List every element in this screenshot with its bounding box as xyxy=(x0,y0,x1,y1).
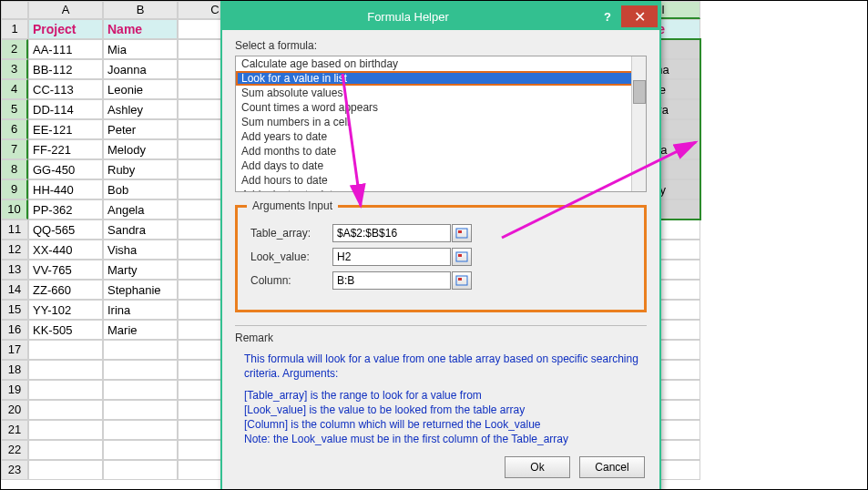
row-header-19[interactable]: 19 xyxy=(1,380,28,400)
cell-B2[interactable]: Mia xyxy=(103,39,178,59)
row-header-16[interactable]: 16 xyxy=(1,320,28,340)
range-picker-button[interactable] xyxy=(452,224,472,242)
row-header-1[interactable]: 1 xyxy=(1,19,28,39)
cell-A16[interactable]: KK-505 xyxy=(28,320,103,340)
row-header-8[interactable]: 8 xyxy=(1,159,28,179)
listbox-scrollbar[interactable] xyxy=(631,56,646,191)
row-header-23[interactable]: 23 xyxy=(1,460,28,480)
cell-A19[interactable] xyxy=(28,380,103,400)
cell-B12[interactable]: Visha xyxy=(103,240,178,260)
row-header-21[interactable]: 21 xyxy=(1,420,28,440)
cell-B7[interactable]: Melody xyxy=(103,139,178,159)
formula-option[interactable]: Add hours to date xyxy=(236,173,646,188)
row-header-12[interactable]: 12 xyxy=(1,240,28,260)
cell-A5[interactable]: DD-114 xyxy=(28,99,103,119)
row-header-10[interactable]: 10 xyxy=(1,199,28,219)
formula-option[interactable]: Calculate age based on birthday xyxy=(236,56,646,71)
cell-A7[interactable]: FF-221 xyxy=(28,139,103,159)
formula-option[interactable]: Add years to date xyxy=(236,129,646,144)
select-formula-label: Select a formula: xyxy=(235,39,647,52)
remark-intro: This formula will look for a value from … xyxy=(244,352,647,381)
column-header-B[interactable]: B xyxy=(103,1,178,19)
cell-A17[interactable] xyxy=(28,340,103,360)
cell-A23[interactable] xyxy=(28,460,103,480)
row-header-15[interactable]: 15 xyxy=(1,300,28,320)
cell-B4[interactable]: Leonie xyxy=(103,79,178,99)
ok-button[interactable]: Ok xyxy=(505,456,570,478)
cell-A8[interactable]: GG-450 xyxy=(28,159,103,179)
argument-input[interactable] xyxy=(332,271,451,290)
formula-option[interactable]: Look for a value in list xyxy=(236,71,646,86)
cell-A4[interactable]: CC-113 xyxy=(28,79,103,99)
argument-input[interactable] xyxy=(332,224,451,242)
formula-option[interactable]: Add days to date xyxy=(236,158,646,173)
cell-B17[interactable] xyxy=(103,340,178,360)
row-header-4[interactable]: 4 xyxy=(1,79,28,99)
formula-listbox[interactable]: Calculate age based on birthdayLook for … xyxy=(235,56,647,192)
row-header-11[interactable]: 11 xyxy=(1,219,28,240)
row-header-14[interactable]: 14 xyxy=(1,280,28,300)
range-picker-button[interactable] xyxy=(452,248,472,266)
row-header-2[interactable]: 2 xyxy=(1,39,28,59)
cell-B13[interactable]: Marty xyxy=(103,260,178,280)
row-header-20[interactable]: 20 xyxy=(1,400,28,420)
cell-B8[interactable]: Ruby xyxy=(103,159,178,179)
select-all-corner[interactable] xyxy=(1,1,28,19)
cell-A22[interactable] xyxy=(28,440,103,460)
cell-B6[interactable]: Peter xyxy=(103,119,178,139)
cell-B5[interactable]: Ashley xyxy=(103,99,178,119)
cell-A21[interactable] xyxy=(28,420,103,440)
close-button[interactable]: ✕ xyxy=(621,5,658,27)
formula-option[interactable]: Add months to date xyxy=(236,144,646,158)
cell-A12[interactable]: XX-440 xyxy=(28,240,103,260)
cell-B1[interactable]: Name xyxy=(103,19,178,39)
formula-option[interactable]: Sum numbers in a cell xyxy=(236,115,646,129)
cell-B19[interactable] xyxy=(103,380,178,400)
cell-A3[interactable]: BB-112 xyxy=(28,59,103,79)
cell-B10[interactable]: Angela xyxy=(103,199,178,219)
cell-B14[interactable]: Stephanie xyxy=(103,280,178,300)
cell-B23[interactable] xyxy=(103,460,178,480)
row-header-3[interactable]: 3 xyxy=(1,59,28,79)
cell-A13[interactable]: VV-765 xyxy=(28,260,103,280)
help-button[interactable]: ? xyxy=(594,10,621,24)
scrollbar-thumb[interactable] xyxy=(633,80,646,104)
cell-A11[interactable]: QQ-565 xyxy=(28,219,103,240)
dialog-titlebar[interactable]: Formula Helper ? ✕ xyxy=(222,3,659,30)
cell-A10[interactable]: PP-362 xyxy=(28,199,103,219)
cell-B11[interactable]: Sandra xyxy=(103,219,178,240)
argument-input[interactable] xyxy=(332,248,451,266)
cell-A2[interactable]: AA-111 xyxy=(28,39,103,59)
row-header-5[interactable]: 5 xyxy=(1,99,28,119)
formula-option[interactable]: Add minutes to date xyxy=(236,188,646,192)
column-header-A[interactable]: A xyxy=(28,1,103,19)
cell-A18[interactable] xyxy=(28,360,103,380)
cell-B3[interactable]: Joanna xyxy=(103,59,178,79)
formula-option[interactable]: Sum absolute values xyxy=(236,86,646,100)
cancel-button[interactable]: Cancel xyxy=(579,456,645,478)
cell-B20[interactable] xyxy=(103,400,178,420)
cell-A6[interactable]: EE-121 xyxy=(28,119,103,139)
row-header-7[interactable]: 7 xyxy=(1,139,28,159)
row-header-22[interactable]: 22 xyxy=(1,440,28,460)
cell-B16[interactable]: Marie xyxy=(103,320,178,340)
range-picker-button[interactable] xyxy=(452,271,472,290)
row-header-18[interactable]: 18 xyxy=(1,360,28,380)
row-header-13[interactable]: 13 xyxy=(1,260,28,280)
row-header-17[interactable]: 17 xyxy=(1,340,28,360)
formula-option[interactable]: Count times a word appears xyxy=(236,100,646,115)
row-header-6[interactable]: 6 xyxy=(1,119,28,139)
cell-B22[interactable] xyxy=(103,440,178,460)
cell-B18[interactable] xyxy=(103,360,178,380)
argument-row: Table_array: xyxy=(250,224,631,242)
cell-A14[interactable]: ZZ-660 xyxy=(28,280,103,300)
cell-B9[interactable]: Bob xyxy=(103,179,178,199)
row-header-9[interactable]: 9 xyxy=(1,179,28,199)
cell-A20[interactable] xyxy=(28,400,103,420)
arguments-input-group: Arguments Input Table_array:Look_value:C… xyxy=(235,205,647,312)
cell-B21[interactable] xyxy=(103,420,178,440)
cell-A1[interactable]: Project xyxy=(28,19,103,39)
cell-A15[interactable]: YY-102 xyxy=(28,300,103,320)
cell-A9[interactable]: HH-440 xyxy=(28,179,103,199)
cell-B15[interactable]: Irina xyxy=(103,300,178,320)
